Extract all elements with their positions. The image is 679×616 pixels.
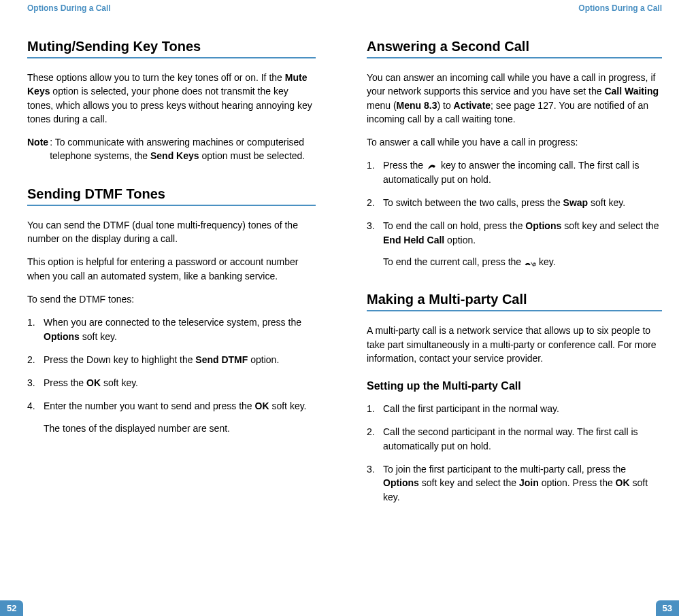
list-followup: To end the current call, press the key. [367, 255, 662, 269]
list-item: To join the first participant to the mul… [367, 462, 662, 504]
paragraph: This option is helpful for entering a pa… [27, 255, 316, 283]
list-item: Press the OK soft key. [27, 376, 316, 390]
paragraph: To send the DTMF tones: [27, 292, 316, 306]
page-number-right: 53 [656, 600, 679, 616]
list-item: Call the first participant in the normal… [367, 402, 662, 415]
ordered-list: Press the key to answer the incoming cal… [367, 158, 662, 246]
ordered-list: When you are connected to the teleservic… [27, 315, 316, 413]
note-block: Note : To communicate with answering mac… [27, 135, 316, 163]
subsection-title-setup: Setting up the Multi-party Call [367, 380, 662, 392]
list-item: When you are connected to the teleservic… [27, 315, 316, 343]
note-label: Note [27, 135, 48, 163]
list-item: To end the call on hold, press the Optio… [367, 219, 662, 247]
paragraph: A multi-party call is a network service … [367, 324, 662, 365]
page-number-left: 52 [0, 600, 23, 616]
list-item: Press the Down key to highlight the Send… [27, 353, 316, 366]
running-head-right: Options During a Call [367, 3, 662, 13]
list-item: Enter the number you want to send and pr… [27, 399, 316, 413]
page-right: Options During a Call Answering a Second… [340, 0, 679, 616]
list-item: To switch between the two calls, press t… [367, 196, 662, 209]
paragraph: To answer a call while you have a call i… [367, 135, 662, 149]
running-head-left: Options During a Call [27, 3, 316, 13]
paragraph: These options allow you to turn the key … [27, 71, 316, 126]
section-title-muting: Muting/Sending Key Tones [27, 39, 316, 58]
page-left: Options During a Call Muting/Sending Key… [0, 0, 340, 616]
section-title-second-call: Answering a Second Call [367, 39, 662, 58]
paragraph: You can answer an incoming call while yo… [367, 71, 662, 126]
section-title-dtmf: Sending DTMF Tones [27, 186, 316, 206]
list-item: Press the key to answer the incoming cal… [367, 158, 662, 186]
ordered-list: Call the first participant in the normal… [367, 402, 662, 504]
note-body: : To communicate with answering machines… [48, 135, 316, 163]
list-followup: The tones of the displayed number are se… [27, 422, 316, 435]
paragraph: You can send the DTMF (dual tone multi-f… [27, 218, 316, 246]
call-end-icon [524, 258, 536, 267]
list-item: Call the second participant in the norma… [367, 425, 662, 453]
call-answer-icon [426, 162, 438, 171]
section-title-multiparty: Making a Multi-party Call [367, 292, 662, 311]
